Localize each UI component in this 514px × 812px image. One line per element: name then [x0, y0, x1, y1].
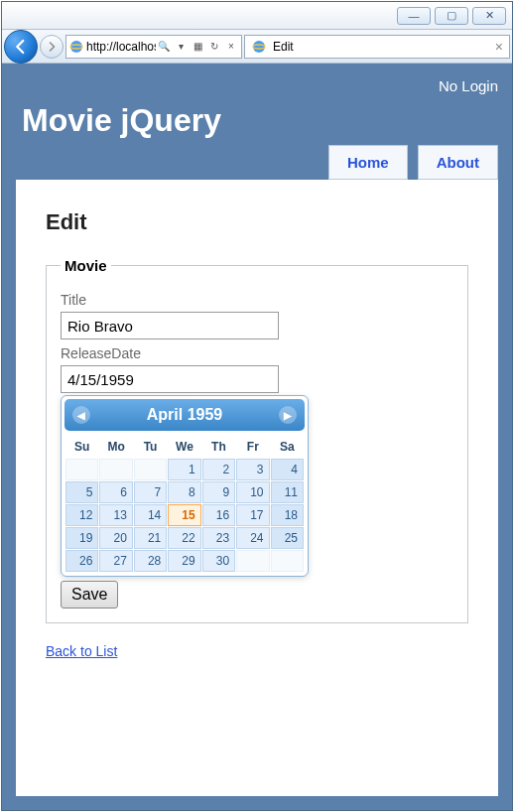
- ie-icon: [251, 39, 267, 55]
- back-to-list-link[interactable]: Back to List: [46, 643, 117, 659]
- browser-tab[interactable]: Edit ×: [244, 35, 510, 59]
- datepicker-day-cell[interactable]: 26: [65, 550, 98, 572]
- datepicker-day-cell[interactable]: 9: [202, 481, 235, 503]
- datepicker-day-cell[interactable]: 17: [236, 504, 269, 526]
- datepicker-day-cell[interactable]: 27: [99, 550, 132, 572]
- datepicker-month-year: April 1959: [147, 406, 222, 424]
- window-maximize-button[interactable]: ▢: [435, 7, 468, 25]
- datepicker-blank-cell: [271, 550, 304, 572]
- datepicker-day-header: We: [168, 436, 200, 458]
- window-minimize-button[interactable]: —: [397, 7, 431, 25]
- datepicker-day-cell[interactable]: 10: [236, 481, 269, 503]
- datepicker-day-cell[interactable]: 23: [202, 527, 235, 549]
- releasedate-input[interactable]: [61, 365, 279, 393]
- window-titlebar: — ▢ ✕: [2, 2, 512, 30]
- datepicker: ◀ April 1959 ▶ SuMoTuWeThFrSa 1234567891…: [61, 395, 309, 577]
- datepicker-day-header: Fr: [236, 436, 269, 458]
- datepicker-day-header: Su: [65, 436, 98, 458]
- datepicker-day-cell[interactable]: 6: [99, 481, 132, 503]
- address-bar[interactable]: 🔍 ▾ ▦ ↻ ×: [65, 35, 242, 59]
- datepicker-day-header: Sa: [271, 436, 304, 458]
- stop-icon[interactable]: ×: [223, 38, 239, 56]
- tab-title: Edit: [273, 40, 294, 54]
- tab-close-button[interactable]: ×: [495, 39, 503, 55]
- datepicker-day-cell[interactable]: 30: [202, 550, 235, 572]
- datepicker-day-cell[interactable]: 25: [271, 527, 304, 549]
- datepicker-day-cell[interactable]: 3: [236, 459, 269, 480]
- datepicker-day-cell[interactable]: 21: [134, 527, 167, 549]
- search-icon[interactable]: 🔍: [156, 38, 172, 56]
- datepicker-blank-cell: [236, 550, 269, 572]
- title-input[interactable]: [61, 312, 279, 339]
- datepicker-blank-cell: [65, 459, 98, 480]
- page-heading: Edit: [46, 209, 468, 235]
- datepicker-day-cell[interactable]: 5: [65, 481, 98, 503]
- datepicker-day-cell[interactable]: 22: [168, 527, 200, 549]
- ie-icon: [68, 39, 84, 55]
- datepicker-blank-cell: [134, 459, 167, 480]
- browser-back-button[interactable]: [4, 30, 38, 64]
- datepicker-day-cell[interactable]: 11: [271, 481, 304, 503]
- datepicker-day-header: Th: [202, 436, 235, 458]
- datepicker-grid: SuMoTuWeThFrSa 1234567891011121314151617…: [64, 435, 305, 573]
- releasedate-label: ReleaseDate: [61, 345, 453, 361]
- refresh-icon[interactable]: ↻: [206, 38, 222, 56]
- svg-point-2: [253, 41, 265, 53]
- login-status: No Login: [16, 77, 498, 94]
- datepicker-day-cell[interactable]: 16: [202, 504, 235, 526]
- datepicker-day-cell[interactable]: 1: [168, 459, 200, 480]
- nav-home[interactable]: Home: [328, 145, 408, 180]
- datepicker-day-cell[interactable]: 24: [236, 527, 269, 549]
- save-button[interactable]: Save: [61, 581, 118, 609]
- window-close-button[interactable]: ✕: [472, 7, 506, 25]
- datepicker-day-cell[interactable]: 15: [168, 504, 200, 526]
- browser-toolbar: 🔍 ▾ ▦ ↻ × Edit ×: [2, 30, 512, 64]
- datepicker-blank-cell: [99, 459, 132, 480]
- datepicker-day-cell[interactable]: 20: [99, 527, 132, 549]
- datepicker-day-cell[interactable]: 18: [271, 504, 304, 526]
- datepicker-day-cell[interactable]: 14: [134, 504, 167, 526]
- svg-point-0: [70, 41, 82, 53]
- movie-fieldset: Movie Title ReleaseDate ◀ April 1959 ▶ S…: [46, 257, 468, 623]
- datepicker-next-button[interactable]: ▶: [279, 406, 297, 424]
- datepicker-day-cell[interactable]: 28: [134, 550, 167, 572]
- datepicker-day-cell[interactable]: 29: [168, 550, 200, 572]
- datepicker-day-header: Mo: [99, 436, 132, 458]
- datepicker-day-cell[interactable]: 12: [65, 504, 98, 526]
- addr-dropdown-icon[interactable]: ▾: [173, 38, 189, 56]
- browser-forward-button[interactable]: [40, 35, 64, 59]
- compat-icon[interactable]: ▦: [190, 38, 205, 56]
- datepicker-day-cell[interactable]: 8: [168, 481, 200, 503]
- datepicker-day-cell[interactable]: 19: [65, 527, 98, 549]
- title-label: Title: [61, 292, 453, 308]
- datepicker-prev-button[interactable]: ◀: [72, 406, 90, 424]
- datepicker-day-header: Tu: [134, 436, 167, 458]
- nav-about[interactable]: About: [418, 145, 498, 180]
- datepicker-day-cell[interactable]: 7: [134, 481, 167, 503]
- fieldset-legend: Movie: [61, 257, 111, 274]
- site-title: Movie jQuery: [22, 102, 498, 139]
- datepicker-day-cell[interactable]: 4: [271, 459, 304, 480]
- url-input[interactable]: [86, 40, 156, 54]
- datepicker-day-cell[interactable]: 2: [202, 459, 235, 480]
- datepicker-day-cell[interactable]: 13: [99, 504, 132, 526]
